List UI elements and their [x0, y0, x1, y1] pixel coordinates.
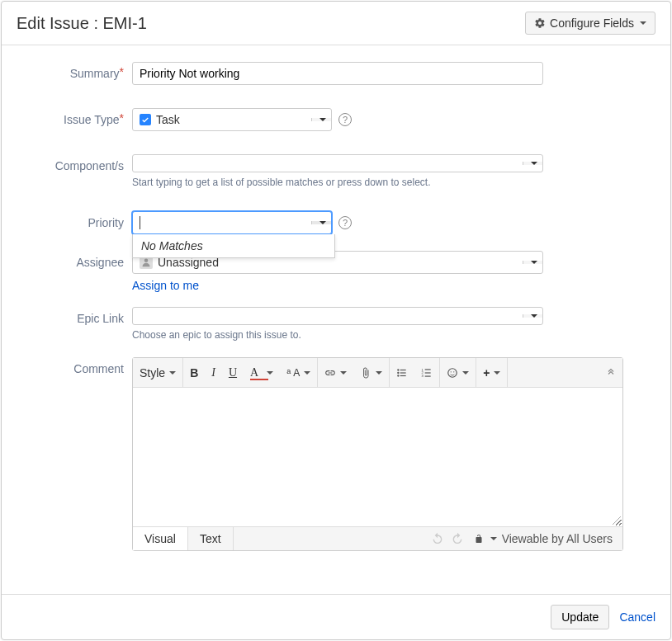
task-icon [140, 114, 151, 125]
chevron-down-icon [531, 314, 537, 318]
chevron-down-icon [490, 537, 497, 540]
svg-point-3 [397, 371, 399, 373]
required-marker: * [120, 65, 124, 78]
plus-icon: + [483, 366, 490, 379]
attachment-button[interactable] [353, 358, 389, 387]
issue-type-value: Task [156, 113, 180, 126]
dialog-header: Edit Issue : EMI-1 Configure Fields [2, 2, 670, 45]
emoji-icon [447, 367, 458, 379]
chevron-down-icon [376, 371, 382, 375]
issue-type-dropdown-arrow[interactable] [311, 118, 331, 121]
number-list-button[interactable]: 123 [414, 358, 439, 387]
chevron-down-icon [319, 118, 326, 121]
chevron-down-icon [340, 371, 347, 375]
summary-input[interactable] [132, 62, 543, 85]
comment-visibility-label: Viewable by All Users [502, 532, 613, 545]
svg-point-1 [397, 369, 399, 370]
unlock-icon [474, 534, 484, 544]
update-button[interactable]: Update [551, 605, 609, 629]
chevron-down-icon [531, 162, 537, 165]
svg-text:3: 3 [422, 373, 424, 377]
bullet-list-button[interactable] [390, 358, 414, 387]
attachment-icon [360, 367, 371, 379]
comment-label: Comment [17, 357, 132, 375]
number-list-icon: 123 [421, 367, 433, 379]
text-cursor [140, 216, 140, 229]
more-format-button[interactable]: aA [280, 358, 317, 387]
redo-icon[interactable] [451, 532, 464, 545]
configure-fields-label: Configure Fields [550, 16, 634, 30]
svg-rect-10 [425, 372, 431, 373]
visual-tab[interactable]: Visual [133, 527, 188, 550]
components-select[interactable] [132, 154, 543, 172]
comment-visibility-button[interactable]: Viewable by All Users [474, 532, 613, 545]
resize-handle[interactable] [613, 516, 621, 525]
priority-dropdown-arrow[interactable] [311, 221, 331, 224]
priority-select[interactable] [132, 211, 332, 234]
priority-dropdown-menu[interactable]: No Matches [132, 234, 335, 258]
collapse-icon [606, 368, 616, 378]
svg-point-5 [397, 375, 399, 376]
epic-link-dropdown-arrow[interactable] [523, 314, 542, 318]
style-dropdown-button[interactable]: Style [133, 358, 182, 387]
epic-link-row: Epic Link Choose an epic to assign this … [17, 307, 655, 341]
comment-textarea[interactable] [133, 388, 622, 526]
dialog-body[interactable]: Summary* Issue Type* Task [2, 45, 670, 594]
components-hint: Start typing to get a list of possible m… [132, 177, 543, 188]
issue-type-label: Issue Type* [17, 108, 132, 126]
assign-to-me-link[interactable]: Assign to me [132, 279, 199, 292]
epic-link-select[interactable] [132, 307, 543, 325]
issue-type-help-icon[interactable]: ? [338, 113, 352, 126]
svg-point-13 [448, 368, 457, 377]
required-marker: * [120, 111, 124, 125]
cancel-link[interactable]: Cancel [619, 610, 655, 624]
bold-button[interactable]: B [183, 358, 205, 387]
assignee-label: Assignee [17, 251, 132, 269]
chevron-down-icon [640, 21, 646, 25]
components-dropdown-arrow[interactable] [523, 162, 542, 165]
configure-fields-button[interactable]: Configure Fields [525, 12, 655, 35]
svg-rect-12 [425, 375, 431, 376]
emoji-button[interactable] [440, 358, 476, 387]
editor-toolbar: Style B I U A [133, 358, 622, 388]
issue-type-select[interactable]: Task [132, 108, 332, 131]
assignee-row: Assignee Unassigned Assign to me [17, 251, 655, 292]
svg-rect-2 [400, 369, 406, 370]
bullet-list-icon [396, 367, 408, 379]
chevron-down-icon [462, 371, 469, 375]
summary-label: Summary* [17, 62, 132, 80]
dialog-title: Edit Issue : EMI-1 [17, 14, 147, 33]
underline-button[interactable]: U [222, 358, 244, 387]
priority-help-icon[interactable]: ? [338, 216, 352, 229]
svg-point-0 [144, 259, 149, 263]
dialog-footer: Update Cancel [2, 594, 670, 639]
chevron-down-icon [494, 371, 500, 375]
svg-rect-8 [425, 369, 431, 370]
link-icon [324, 367, 336, 379]
components-row: Component/s Start typing to get a list o… [17, 154, 655, 188]
edit-issue-dialog: Edit Issue : EMI-1 Configure Fields Summ… [1, 1, 671, 640]
issue-type-row: Issue Type* Task ? [17, 108, 655, 131]
assignee-dropdown-arrow[interactable] [523, 261, 542, 264]
summary-row: Summary* [17, 62, 655, 85]
components-label: Component/s [17, 154, 132, 172]
insert-more-button[interactable]: + [476, 358, 507, 387]
collapse-button[interactable] [599, 358, 622, 387]
priority-row: Priority No Matches ? [17, 211, 655, 234]
red-underline [250, 379, 268, 380]
text-color-button[interactable]: A [244, 358, 280, 387]
svg-rect-4 [400, 372, 406, 373]
chevron-down-icon [267, 371, 273, 375]
comment-row: Comment Style B I U [17, 357, 655, 551]
italic-button[interactable]: I [205, 358, 222, 387]
undo-icon[interactable] [431, 532, 444, 545]
priority-label: Priority [17, 211, 132, 229]
link-button[interactable] [318, 358, 353, 387]
chevron-down-icon [319, 221, 326, 224]
editor-mode-tabs: Visual Text [133, 527, 234, 550]
text-tab[interactable]: Text [188, 527, 234, 550]
priority-no-matches: No Matches [133, 234, 334, 257]
epic-link-hint: Choose an epic to assign this issue to. [132, 329, 543, 341]
gear-icon [534, 17, 546, 29]
chevron-down-icon [304, 371, 310, 375]
